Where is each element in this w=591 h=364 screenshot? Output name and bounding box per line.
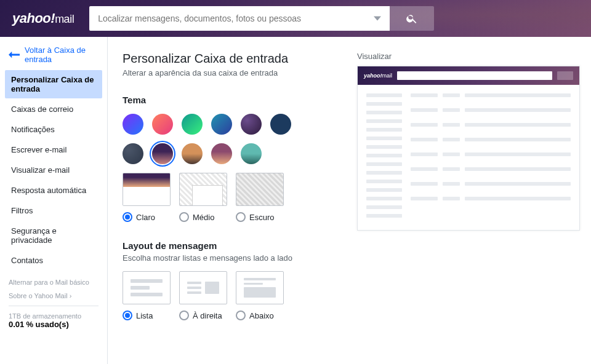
app-header: yahoo!mail <box>0 0 591 37</box>
radio-icon <box>179 212 189 222</box>
theme-heading: Tema <box>123 95 345 105</box>
layout-card-right[interactable] <box>179 271 227 304</box>
layout-subtitle: Escolha mostrar listas e mensagens lado … <box>123 253 345 263</box>
theme-swatch-green[interactable] <box>182 114 203 135</box>
radio-icon <box>179 311 189 320</box>
layout-card-row <box>123 271 345 304</box>
switch-to-basic-mail-link[interactable]: Alternar para o Mail básico <box>9 279 98 286</box>
radio-icon <box>123 212 132 222</box>
radio-icon <box>236 311 246 320</box>
layout-radio-below[interactable]: Abaixo <box>236 311 284 320</box>
layout-heading: Layout de mensagem <box>123 240 345 251</box>
theme-mode-radios: Claro Médio Escuro <box>123 212 345 222</box>
layout-radio-right[interactable]: À direita <box>179 311 227 320</box>
nav-personalize-inbox[interactable]: Personalizar Caixa de entrada <box>5 70 102 98</box>
theme-swatch-darkpurple[interactable] <box>241 114 262 135</box>
yahoo-mail-logo: yahoo!mail <box>12 10 74 26</box>
nav-security-privacy[interactable]: Segurança e privacidade <box>5 221 102 250</box>
nav-notifications[interactable]: Notificações <box>5 120 102 139</box>
page-title: Personalizar Caixa de entrada <box>123 52 345 66</box>
theme-swatch-sunset[interactable] <box>211 143 232 164</box>
theme-swatch-row-2 <box>123 143 345 164</box>
preview-header: yahoo!mail <box>358 66 579 85</box>
settings-main: Personalizar Caixa de entrada Alterar a … <box>108 37 357 364</box>
preview-panel: Visualizar yahoo!mail <box>357 37 591 364</box>
layout-card-list[interactable] <box>123 271 171 304</box>
theme-swatch-mountain[interactable] <box>182 143 203 164</box>
layout-radio-list[interactable]: Lista <box>123 311 171 320</box>
arrow-left-icon <box>9 50 20 59</box>
nav-mailboxes[interactable]: Caixas de correio <box>5 100 102 119</box>
theme-mode-radio-light[interactable]: Claro <box>123 212 171 222</box>
theme-mode-radio-dark[interactable]: Escuro <box>236 212 284 222</box>
theme-mode-radio-medium[interactable]: Médio <box>179 212 227 222</box>
page-subtitle: Alterar a aparência da sua caixa de entr… <box>123 68 345 77</box>
theme-swatch-dusk[interactable] <box>152 143 173 164</box>
nav-view-email[interactable]: Visualizar e-mail <box>5 160 102 180</box>
theme-swatch-row-1 <box>123 114 345 135</box>
theme-swatch-ocean[interactable] <box>241 143 262 164</box>
about-yahoo-mail-link[interactable]: Sobre o Yahoo Mail <box>9 292 98 299</box>
search-icon <box>406 12 418 25</box>
nav-filters[interactable]: Filtros <box>5 201 102 220</box>
nav-compose-email[interactable]: Escrever e-mail <box>5 140 102 159</box>
search-dropdown-caret[interactable] <box>365 6 390 31</box>
search-button[interactable] <box>390 6 434 31</box>
storage-info: 1TB de armazenamento 0.01 % usado(s) <box>9 312 98 329</box>
back-to-inbox-link[interactable]: Voltar à Caixa de entrada <box>0 37 107 70</box>
chevron-down-icon <box>374 15 381 22</box>
theme-mode-card-dark[interactable] <box>236 173 284 206</box>
back-to-inbox-label: Voltar à Caixa de entrada <box>25 46 100 64</box>
theme-swatch-navy[interactable] <box>270 114 291 135</box>
theme-mode-card-medium[interactable] <box>179 173 227 206</box>
theme-swatch-slate[interactable] <box>123 143 143 164</box>
preview-title: Visualizar <box>357 52 580 61</box>
settings-sidebar: Voltar à Caixa de entrada Personalizar C… <box>0 37 108 364</box>
theme-swatch-teal[interactable] <box>211 114 232 135</box>
settings-nav: Personalizar Caixa de entrada Caixas de … <box>0 70 107 271</box>
sidebar-footer: Alternar para o Mail básico Sobre o Yaho… <box>0 271 107 336</box>
layout-card-below[interactable] <box>236 271 284 304</box>
preview-box: yahoo!mail <box>357 66 580 231</box>
radio-icon <box>236 212 246 222</box>
theme-swatch-orange[interactable] <box>152 114 173 135</box>
theme-mode-row <box>123 173 345 206</box>
layout-radios: Lista À direita Abaixo <box>123 311 345 320</box>
radio-icon <box>123 311 132 320</box>
theme-mode-card-light[interactable] <box>123 173 171 206</box>
search-bar <box>89 6 434 31</box>
nav-contacts[interactable]: Contatos <box>5 251 102 270</box>
nav-auto-reply[interactable]: Resposta automática <box>5 181 102 200</box>
search-input[interactable] <box>89 6 365 31</box>
theme-swatch-purpleblue[interactable] <box>123 114 143 135</box>
